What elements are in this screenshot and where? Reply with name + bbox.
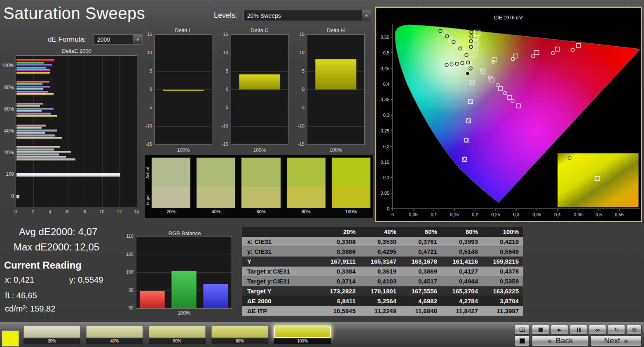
bar (16, 67, 46, 69)
chart-title: RGB Balance (136, 230, 233, 236)
swatch-label: 100% (332, 208, 370, 216)
axis-tick-label: -15 (293, 142, 304, 146)
current-y-readout: y: 0,5549 (69, 275, 103, 285)
table-cell: 0,3619 (360, 267, 400, 276)
axis-tick-label: 15 (141, 32, 152, 37)
axis-tick-label: 0 (391, 212, 394, 217)
axis-tick-label: 100 (122, 269, 133, 274)
next-button[interactable]: Next » (590, 335, 642, 346)
delta-h-plot (307, 34, 365, 145)
table-row-label: Target Y (242, 286, 319, 296)
table-cell: 165,3704 (441, 286, 482, 296)
chevron-down-icon[interactable]: ▼ (362, 10, 371, 21)
bar (16, 110, 42, 112)
axis-tick-label: -15 (217, 142, 228, 146)
refresh-button[interactable]: ↻ (608, 325, 625, 335)
table-header: 20%40%60%80%100% (242, 227, 523, 237)
de-formula-dropdown[interactable]: 2000 ▼ (94, 34, 143, 45)
table-cell: 0,4127 (441, 267, 482, 276)
levels-label: Levels: (214, 11, 237, 20)
bar (16, 93, 54, 95)
bar (16, 83, 42, 85)
back-button[interactable]: « Back (532, 335, 589, 346)
stop-button[interactable] (532, 325, 549, 335)
table-cell: 3,8704 (482, 296, 523, 306)
patch-swatches: 20%40%60%80%100% (0, 322, 371, 347)
axis-tick-label: 100% (2, 63, 14, 68)
table-cell: 10,5945 (319, 306, 360, 316)
patch-button-60%[interactable]: 60% (149, 326, 206, 345)
continuous-measure-button[interactable]: ∞ (589, 325, 606, 335)
bar (16, 195, 19, 198)
actual-swatch (332, 158, 370, 186)
axis-tick-label: 14 (131, 209, 141, 214)
table-column-header: 40% (360, 227, 400, 236)
display-mode-button[interactable] (515, 325, 529, 335)
axis-tick-label: 95 (122, 288, 133, 293)
patch-button-40%[interactable]: 40% (86, 326, 143, 345)
table-cell: 0,3308 (319, 237, 360, 246)
axis-tick-label: 0,45 (381, 66, 389, 71)
axis-tick-label: -10 (293, 123, 304, 128)
rgb-balance-plot (136, 236, 232, 309)
patch-button-100%[interactable]: 100% (274, 326, 331, 345)
table-row: Target Y173,2822170,1801167,5556165,3704… (242, 286, 523, 296)
table-cell: 0,3761 (400, 237, 441, 246)
levels-dropdown[interactable]: 20% Sweeps ▼ (244, 10, 371, 21)
table-row-label: ΔE ITP (242, 306, 319, 316)
deltae2000-chart: DeltaE 2000 02468101214100%80%60%40%20%1… (2, 48, 138, 217)
delta-h-chart: Delta H 100% 151050-5-10-15 (293, 27, 365, 153)
axis-tick-label: 5 (217, 68, 228, 73)
x-axis-label: 100% (155, 147, 212, 153)
pause-button[interactable] (570, 325, 587, 335)
axis-tick-label: 0,4 (383, 82, 389, 87)
axis-tick-label: 8 (80, 209, 89, 214)
current-measured-marker (466, 71, 470, 75)
table-row-label: x: CIE31 (242, 237, 319, 246)
bar (16, 146, 60, 148)
table-cell: 0,3869 (400, 267, 441, 276)
axis-tick-label: -5 (293, 105, 304, 110)
bar (16, 91, 48, 93)
x-axis-label: 100% (136, 310, 232, 316)
axis-tick-label: 0,3 (513, 212, 519, 217)
back-label: Back (555, 336, 573, 345)
patch-chip (211, 326, 268, 338)
patch-button-80%[interactable]: 80% (211, 326, 268, 345)
target-swatch (287, 186, 326, 208)
bar (171, 271, 196, 308)
swatch-column: 60% (241, 158, 280, 217)
max-de2000-readout: Max dE2000: 12,05 (14, 241, 99, 253)
patch-window-button[interactable] (515, 335, 529, 346)
patch-chip (149, 326, 206, 338)
bar (16, 151, 71, 153)
axis-tick-label: 0,35 (381, 97, 389, 102)
table-cell: 0,4944 (441, 276, 482, 286)
play-button[interactable]: ▶ (551, 325, 568, 335)
record-button[interactable] (627, 325, 642, 335)
infinity-icon: ∞ (595, 327, 600, 333)
table-cell: 6,8411 (319, 296, 360, 306)
chart-title: Delta L (155, 27, 212, 33)
record-icon (632, 328, 637, 332)
table-row: ΔE 20006,84115,25644,69824,27843,8704 (242, 296, 523, 306)
axis-tick-label: 100 (2, 171, 14, 177)
axis-tick-label: 105 (122, 252, 133, 257)
table-cell: 11,3997 (482, 306, 523, 316)
cie-inset (557, 153, 639, 207)
axis-tick-label: -5 (217, 105, 228, 110)
chart-title: DeltaE 2000 (16, 48, 138, 54)
table-row-label: Target x:CIE31 (242, 267, 319, 276)
bar (16, 115, 57, 117)
swatch-strip: Actual Target 20%40%60%80%100% (145, 155, 373, 218)
target-swatch (197, 186, 235, 208)
table-row: Y167,9111165,3147163,1678161,4116159,821… (242, 257, 523, 267)
patch-button-20%[interactable]: 20% (23, 326, 80, 345)
patch-chip (23, 326, 80, 338)
table-cell: 0,4295 (360, 247, 400, 256)
table-cell: 0,4378 (482, 267, 523, 276)
table-row-label: Y (242, 257, 319, 266)
axis-tick-label: 5 (293, 68, 304, 73)
table-cell: 163,6225 (482, 286, 523, 296)
swatch-column: 20% (152, 158, 190, 217)
